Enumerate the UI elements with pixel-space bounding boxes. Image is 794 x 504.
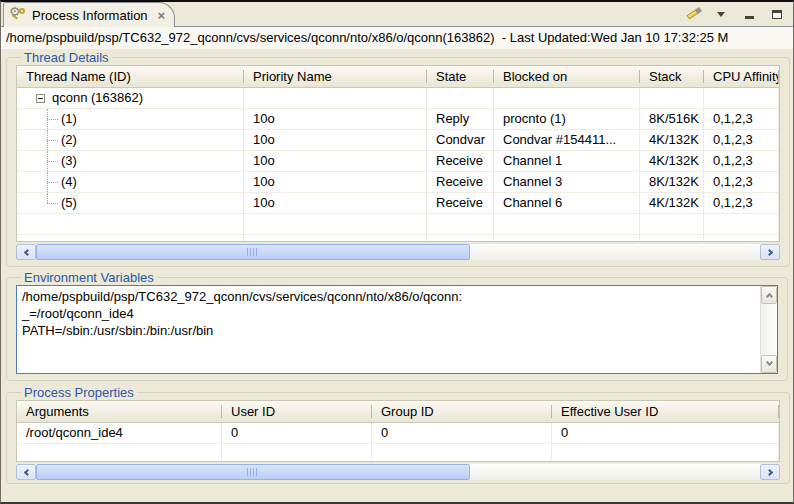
table-row-thread-3[interactable]: (3) 10o Receive Channel 1 4K/132K 0,1,2,… [17,151,779,172]
table-row-thread-1[interactable]: (1) 10o Reply procnto (1) 8K/516K 0,1,2,… [17,109,779,130]
cell-thread-name: (1) [17,109,244,129]
column-header-group-id[interactable]: Group ID [372,401,552,422]
thread-id: (4) [61,174,77,189]
view-tab-bar: ⚙ Process Information × [1,2,793,27]
cell-priority: 10o [244,130,427,150]
cell-cpu-affinity: 0,1,2,3 [704,151,779,171]
env-vscrollbar [760,286,777,373]
column-header-priority-name[interactable]: Priority Name [244,66,427,87]
column-header-cpu-affinity[interactable]: CPU Affinity [704,66,779,87]
column-header-stack[interactable]: Stack [640,66,704,87]
cell-empty [372,444,552,462]
tree-line [47,203,58,204]
cell-stack: 4K/132K [640,193,704,213]
scrollbar-thumb[interactable] [36,464,470,480]
cell-empty [640,214,704,234]
thread-root-label: qconn (163862) [52,90,143,105]
close-icon[interactable]: × [158,8,166,23]
chevron-down-icon [765,359,772,366]
column-header-arguments[interactable]: Arguments [17,401,222,422]
table-row-qconn[interactable]: qconn (163862) [17,88,779,109]
tab-process-information[interactable]: ⚙ Process Information × [3,2,175,27]
column-header-thread-name[interactable]: Thread Name (ID) [17,66,244,87]
environment-variables-lines: /home/pspbuild/psp/TC632_972_qconn/cvs/s… [17,286,760,373]
cell-state: Condvar [427,130,494,150]
column-header-state[interactable]: State [427,66,494,87]
highlighter-icon[interactable] [685,6,701,22]
minimize-icon[interactable] [741,6,757,22]
tree-line [47,182,58,183]
chevron-left-icon [23,248,30,255]
column-header-blocked-on[interactable]: Blocked on [494,66,640,87]
table-row-thread-5[interactable]: (5) 10o Receive Channel 6 4K/132K 0,1,2,… [17,193,779,214]
cell-cpu-affinity: 0,1,2,3 [704,130,779,150]
environment-variables-text[interactable]: /home/pspbuild/psp/TC632_972_qconn/cvs/s… [16,285,778,374]
tab-label: Process Information [32,8,148,23]
cell-thread-name: (3) [17,151,244,171]
cell-state: Reply [427,109,494,129]
scroll-right-icon[interactable] [760,464,780,480]
cell-stack: 4K/132K [640,151,704,171]
cell-stack: 8K/516K [640,109,704,129]
chevron-down-icon [717,12,725,17]
thread-id: (3) [61,153,77,168]
collapse-icon[interactable] [36,94,45,103]
cell-empty [222,444,372,462]
cell-priority: 10o [244,109,427,129]
process-properties-table: Arguments User ID Group ID Effective Use… [16,400,780,462]
cell-state: Receive [427,151,494,171]
scrollbar-track[interactable] [761,304,777,355]
cell-stack [640,88,704,108]
minimize-bar [745,16,754,19]
scroll-down-icon[interactable] [761,355,777,373]
scroll-left-icon[interactable] [16,244,36,260]
thread-table-header: Thread Name (ID) Priority Name State Blo… [17,66,779,88]
thread-details-group: Thread Details Thread Name (ID) Priority… [6,50,790,267]
cell-group-id: 0 [372,423,552,443]
cell-empty [244,214,427,234]
cell-priority [244,88,427,108]
scroll-right-icon[interactable] [760,244,780,260]
thread-table: Thread Name (ID) Priority Name State Blo… [16,65,780,242]
column-header-effective-user-id[interactable]: Effective User ID [552,401,779,422]
tree-line [47,140,58,141]
maximize-icon[interactable] [769,6,785,22]
process-properties-hscrollbar [16,464,780,480]
cell-arguments: /root/qconn_ide4 [17,423,222,443]
environment-variables-title: Environment Variables [21,270,157,285]
cell-priority: 10o [244,193,427,213]
cell-stack: 8K/132K [640,172,704,192]
cell-empty [494,235,640,242]
thread-details-title: Thread Details [21,50,112,65]
magnifier-lens [19,8,25,14]
chevron-right-icon [765,248,772,255]
cell-blocked-on: Condvar #154411... [494,130,640,150]
scrollbar-track[interactable] [36,244,760,260]
column-header-user-id[interactable]: User ID [222,401,372,422]
cell-thread-name: (2) [17,130,244,150]
table-row-process[interactable]: /root/qconn_ide4 0 0 0 [17,423,779,444]
cell-cpu-affinity: 0,1,2,3 [704,109,779,129]
process-properties-header: Arguments User ID Group ID Effective Use… [17,401,779,423]
tree-line [47,193,48,203]
scrollbar-track[interactable] [36,464,760,480]
cell-empty [552,444,779,462]
chevron-up-icon [765,293,772,300]
table-row-thread-4[interactable]: (4) 10o Receive Channel 3 8K/132K 0,1,2,… [17,172,779,193]
process-path-header: /home/pspbuild/psp/TC632_972_qconn/cvs/s… [1,27,793,49]
thumb-grip [247,468,259,476]
process-information-view: ⚙ Process Information × /home/pspbuild/p… [0,0,794,504]
chevron-right-icon [765,468,772,475]
scroll-left-icon[interactable] [16,464,36,480]
scroll-up-icon[interactable] [761,286,777,304]
cell-cpu-affinity: 0,1,2,3 [704,193,779,213]
thread-id: (1) [61,111,77,126]
scrollbar-thumb[interactable] [36,244,470,260]
view-menu-icon[interactable] [713,6,729,22]
cell-empty [640,235,704,242]
cell-blocked-on: Channel 6 [494,193,640,213]
table-row-thread-2[interactable]: (2) 10o Condvar Condvar #154411... 4K/13… [17,130,779,151]
env-line: /home/pspbuild/psp/TC632_972_qconn/cvs/s… [22,288,755,305]
tree-line [47,161,58,162]
tree-line [47,119,58,120]
